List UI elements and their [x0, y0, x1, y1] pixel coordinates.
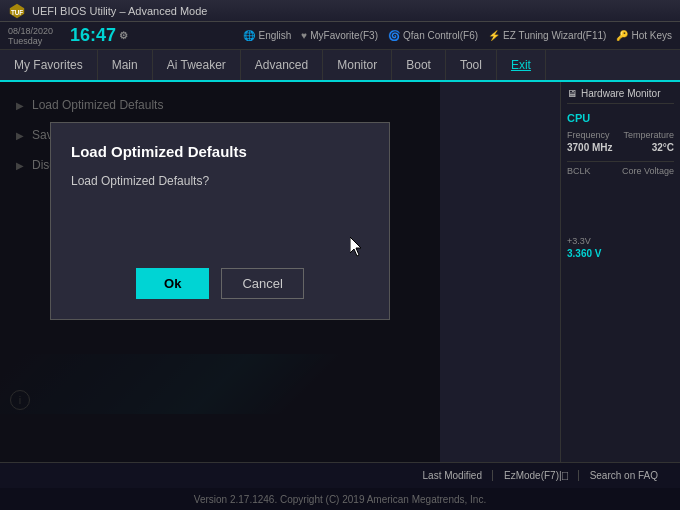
ok-button[interactable]: Ok [136, 268, 209, 299]
nav-tool[interactable]: Tool [446, 50, 497, 80]
info-item-language[interactable]: 🌐 English [243, 30, 291, 41]
monitor-icon: 🖥 [567, 88, 577, 99]
info-item-qfan[interactable]: 🌀 Qfan Control(F6) [388, 30, 478, 41]
hardware-monitor-title: 🖥 Hardware Monitor [567, 88, 674, 104]
date-text: 08/18/2020 [8, 26, 58, 36]
gear-icon[interactable]: ⚙ [119, 30, 128, 41]
day-text: Tuesday [8, 36, 58, 46]
search-faq-label: Search on FAQ [590, 470, 658, 481]
cpu-labels-row: Frequency Temperature [567, 130, 674, 140]
language-label: English [258, 30, 291, 41]
frequency-label: Frequency [567, 130, 610, 140]
nav-bar: My Favorites Main Ai Tweaker Advanced Mo… [0, 50, 680, 82]
last-modified-label: Last Modified [423, 470, 482, 481]
info-items: 🌐 English ♥ MyFavorite(F3) 🌀 Qfan Contro… [140, 30, 672, 41]
datetime-display: 08/18/2020 Tuesday [8, 26, 58, 46]
dialog-message: Load Optimized Defaults? [71, 174, 369, 188]
qfan-label: Qfan Control(F6) [403, 30, 478, 41]
voltage-33-value: 3.360 V [567, 248, 674, 259]
hardware-monitor-label: Hardware Monitor [581, 88, 660, 99]
info-item-myfavorite[interactable]: ♥ MyFavorite(F3) [301, 30, 378, 41]
last-modified-item: Last Modified [413, 470, 493, 481]
info-item-hotkeys[interactable]: 🔑 Hot Keys [616, 30, 672, 41]
load-defaults-dialog: Load Optimized Defaults Load Optimized D… [50, 122, 390, 320]
search-faq-item[interactable]: Search on FAQ [580, 470, 668, 481]
myfavorite-label: MyFavorite(F3) [310, 30, 378, 41]
bclk-label: BCLK [567, 166, 591, 176]
key-icon: 🔑 [616, 30, 628, 41]
lightning-icon: ⚡ [488, 30, 500, 41]
hardware-monitor-panel: 🖥 Hardware Monitor CPU Frequency Tempera… [560, 82, 680, 462]
frequency-value: 3700 MHz [567, 142, 613, 153]
nav-boot[interactable]: Boot [392, 50, 446, 80]
title-bar: TUF UEFI BIOS Utility – Advanced Mode [0, 0, 680, 22]
title-bar-text: UEFI BIOS Utility – Advanced Mode [32, 5, 207, 17]
dialog-overlay: Load Optimized Defaults Load Optimized D… [0, 82, 440, 462]
nav-advanced[interactable]: Advanced [241, 50, 323, 80]
dialog-title: Load Optimized Defaults [71, 143, 369, 160]
nav-my-favorites[interactable]: My Favorites [0, 50, 98, 80]
ezmode-item[interactable]: EzMode(F7)|⎕ [494, 470, 579, 481]
asus-logo-icon: TUF [8, 2, 26, 20]
core-voltage-label: Core Voltage [622, 166, 674, 176]
footer-text: Version 2.17.1246. Copyright (C) 2019 Am… [194, 494, 486, 505]
globe-icon: 🌐 [243, 30, 255, 41]
cpu-values-row: 3700 MHz 32°C [567, 142, 674, 153]
temperature-value: 32°C [652, 142, 674, 153]
heart-icon: ♥ [301, 30, 307, 41]
eztuning-label: EZ Tuning Wizard(F11) [503, 30, 606, 41]
info-item-eztuning[interactable]: ⚡ EZ Tuning Wizard(F11) [488, 30, 606, 41]
voltage-label-row: +3.3V [567, 236, 674, 246]
ezmode-label: EzMode(F7)|⎕ [504, 470, 568, 481]
nav-ai-tweaker[interactable]: Ai Tweaker [153, 50, 241, 80]
dialog-buttons: Ok Cancel [71, 268, 369, 299]
nav-exit[interactable]: Exit [497, 50, 546, 80]
cpu-section-title: CPU [567, 112, 674, 124]
hw-divider-1 [567, 161, 674, 162]
main-area: ▶ Load Optimized Defaults ▶ Save Changes… [0, 82, 680, 462]
clock-display: 16:47 ⚙ [70, 25, 128, 46]
voltage-33-label: +3.3V [567, 236, 591, 246]
nav-monitor[interactable]: Monitor [323, 50, 392, 80]
bottom-bar: Last Modified EzMode(F7)|⎕ Search on FAQ [0, 462, 680, 488]
svg-text:TUF: TUF [11, 8, 23, 15]
bclk-labels-row: BCLK Core Voltage [567, 166, 674, 176]
info-bar: 08/18/2020 Tuesday 16:47 ⚙ 🌐 English ♥ M… [0, 22, 680, 50]
nav-main[interactable]: Main [98, 50, 153, 80]
temperature-label: Temperature [623, 130, 674, 140]
voltage-section: +3.3V 3.360 V [567, 236, 674, 259]
left-panel: ▶ Load Optimized Defaults ▶ Save Changes… [0, 82, 560, 462]
cancel-button[interactable]: Cancel [221, 268, 303, 299]
clock-time: 16:47 [70, 25, 116, 46]
footer: Version 2.17.1246. Copyright (C) 2019 Am… [0, 488, 680, 510]
fan-icon: 🌀 [388, 30, 400, 41]
hotkeys-label: Hot Keys [631, 30, 672, 41]
